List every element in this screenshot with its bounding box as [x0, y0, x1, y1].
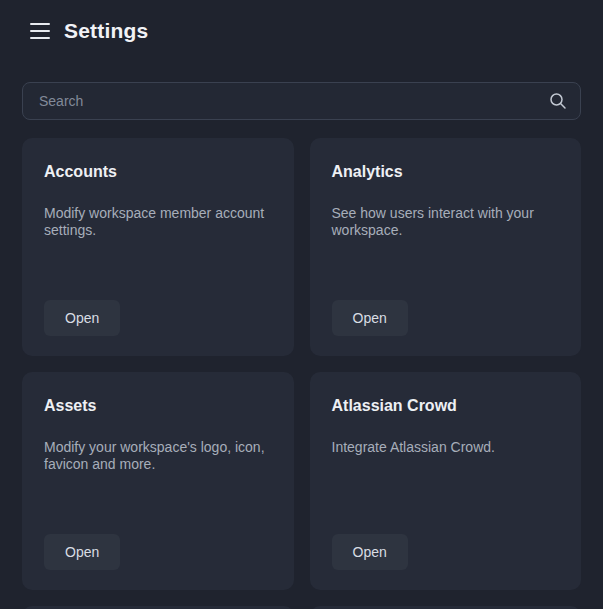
hamburger-bar: [30, 37, 50, 39]
card-title: Atlassian Crowd: [332, 396, 560, 415]
open-button-accounts[interactable]: Open: [44, 300, 120, 336]
card-description: Integrate Atlassian Crowd.: [332, 439, 560, 456]
hamburger-bar: [30, 30, 50, 32]
card-description: Modify workspace member account settings…: [44, 205, 272, 239]
card-title: Accounts: [44, 162, 272, 181]
card-title: Assets: [44, 396, 272, 415]
card-title: Analytics: [332, 162, 560, 181]
page-title: Settings: [64, 19, 148, 43]
card-assets: Assets Modify your workspace's logo, ico…: [22, 372, 294, 590]
card-description: See how users interact with your workspa…: [332, 205, 560, 239]
open-button-atlassian-crowd[interactable]: Open: [332, 534, 408, 570]
hamburger-bar: [30, 23, 50, 25]
header: Settings: [0, 0, 603, 48]
card-description: Modify your workspace's logo, icon, favi…: [44, 439, 272, 473]
search-bar: [22, 82, 581, 120]
card-accounts: Accounts Modify workspace member account…: [22, 138, 294, 356]
settings-card-grid: Accounts Modify workspace member account…: [22, 138, 581, 609]
open-button-analytics[interactable]: Open: [332, 300, 408, 336]
open-button-assets[interactable]: Open: [44, 534, 120, 570]
settings-page: Settings Accounts Modify workspace membe…: [0, 0, 603, 609]
search-input[interactable]: [22, 82, 581, 120]
hamburger-menu-icon[interactable]: [30, 22, 50, 40]
card-analytics: Analytics See how users interact with yo…: [310, 138, 582, 356]
card-atlassian-crowd: Atlassian Crowd Integrate Atlassian Crow…: [310, 372, 582, 590]
